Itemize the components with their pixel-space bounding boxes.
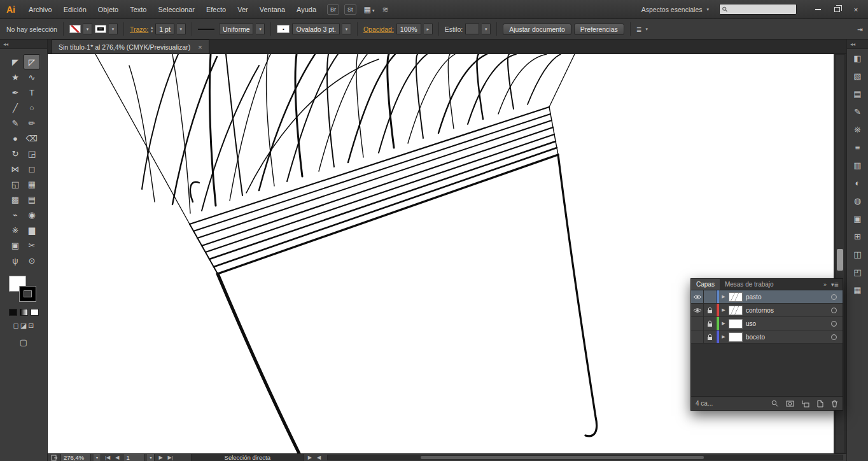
- none-button[interactable]: [31, 309, 39, 316]
- expand-layer-icon[interactable]: ▶: [719, 308, 728, 313]
- panel-menu-icon[interactable]: ▾≣: [831, 281, 839, 288]
- creador-formas-tool-icon[interactable]: ◱: [7, 176, 24, 192]
- visibility-toggle[interactable]: [691, 290, 704, 303]
- style-dropdown[interactable]: [465, 24, 479, 34]
- lapiz-tool-icon[interactable]: ✏: [24, 115, 40, 131]
- cuentagotas-tool-icon[interactable]: ⌁: [7, 207, 24, 222]
- style-caret[interactable]: ▾: [482, 24, 491, 34]
- arrange-documents-icon[interactable]: ▦▾: [364, 5, 375, 14]
- document-tab[interactable]: Sin título-1* al 276,4% (CMYK/Previsuali…: [52, 39, 209, 53]
- stroke-indicator[interactable]: [19, 286, 36, 302]
- lazo-tool-icon[interactable]: ∿: [24, 69, 40, 85]
- search-input[interactable]: [729, 6, 794, 13]
- target-circle-icon[interactable]: [831, 334, 837, 340]
- target-circle-icon[interactable]: [831, 294, 837, 300]
- varita-magica-tool-icon[interactable]: ★: [7, 69, 24, 85]
- layer-row-boceto[interactable]: ▶ boceto: [691, 330, 843, 344]
- anchura-tool-icon[interactable]: ⋈: [7, 161, 24, 176]
- layer-row-contornos[interactable]: ▶ contornos: [691, 304, 843, 317]
- expand-layer-icon[interactable]: ▶: [719, 294, 728, 299]
- menu-ver[interactable]: Ver: [232, 3, 254, 16]
- first-artboard-button[interactable]: |◀: [104, 455, 111, 460]
- menu-edicion[interactable]: Edición: [58, 3, 92, 16]
- elipse-tool-icon[interactable]: ○: [24, 100, 40, 115]
- status-flyout-icon[interactable]: ▶: [307, 455, 313, 460]
- close-button[interactable]: ×: [848, 4, 864, 15]
- artboard-caret[interactable]: ▾: [147, 453, 155, 461]
- tools-panel-header[interactable]: ◂◂: [0, 39, 47, 49]
- prev-artboard-button[interactable]: ◀: [114, 455, 120, 460]
- layer-name[interactable]: pasto: [746, 294, 831, 301]
- preferencias-button[interactable]: Preferencias: [574, 24, 624, 35]
- degradado-tool-icon[interactable]: ▤: [24, 192, 40, 207]
- cuadricula-perspectiva-tool-icon[interactable]: ▦: [24, 176, 40, 192]
- borrador-tool-icon[interactable]: ⌫: [24, 131, 40, 146]
- color-panel-icon[interactable]: ◧: [850, 50, 865, 66]
- mascara-recorte-button[interactable]: [786, 400, 794, 408]
- brush-dropdown[interactable]: Ovalado 3 pt.: [292, 24, 339, 34]
- seleccion-directa-tool-icon[interactable]: ◸: [24, 54, 40, 69]
- segmento-linea-tool-icon[interactable]: ╱: [7, 100, 24, 115]
- expand-layer-icon[interactable]: ▶: [719, 334, 728, 339]
- menu-texto[interactable]: Texto: [124, 3, 152, 16]
- transformar-panel-icon[interactable]: ◰: [850, 264, 865, 280]
- visibility-toggle[interactable]: [691, 304, 704, 316]
- layer-thumbnail[interactable]: [729, 332, 743, 342]
- guia-color-panel-icon[interactable]: ▧: [850, 68, 865, 83]
- layer-row-pasto[interactable]: ▶ pasto: [691, 290, 843, 304]
- variable-width-dropdown[interactable]: Uniforme: [219, 24, 254, 34]
- bridge-button[interactable]: Br: [327, 4, 339, 15]
- estilos-graficos-panel-icon[interactable]: ▣: [850, 211, 865, 226]
- next-artboard-button[interactable]: ▶: [157, 455, 164, 460]
- navegador-panel-icon[interactable]: ▦: [850, 282, 865, 297]
- color-button[interactable]: [9, 309, 17, 316]
- lock-toggle[interactable]: [704, 330, 717, 343]
- fill-caret[interactable]: ▾: [83, 24, 92, 34]
- apariencia-panel-icon[interactable]: ◍: [850, 193, 865, 208]
- similar-caret-icon[interactable]: ▾: [646, 27, 648, 32]
- draw-normal-icon[interactable]: ◻: [13, 322, 19, 330]
- screen-mode-icon[interactable]: ▢: [0, 337, 47, 347]
- malla-tool-icon[interactable]: ▩: [7, 192, 24, 207]
- layer-name[interactable]: boceto: [746, 334, 831, 341]
- menu-archivo[interactable]: Archivo: [23, 3, 58, 16]
- menu-ventana[interactable]: Ventana: [254, 3, 291, 16]
- target-circle-icon[interactable]: [831, 308, 837, 313]
- lock-toggle[interactable]: [704, 304, 717, 316]
- touch-icon[interactable]: ≋: [382, 5, 388, 14]
- collapse-controlbar-icon[interactable]: ⇥: [857, 25, 863, 33]
- gradient-button[interactable]: [20, 309, 28, 316]
- zoom-tool-icon[interactable]: ⊙: [24, 253, 40, 268]
- nueva-capa-button[interactable]: [816, 400, 824, 408]
- search-box[interactable]: [719, 4, 797, 15]
- opacidad-link[interactable]: Opacidad:: [363, 25, 394, 33]
- layers-panel[interactable]: Capas Mesas de trabajo » ▾≣ ▶ pasto: [690, 278, 843, 411]
- pinceles-panel-icon[interactable]: ✎: [850, 104, 865, 119]
- rotar-tool-icon[interactable]: ↻: [7, 146, 24, 161]
- stroke-weight-caret[interactable]: ▾: [177, 24, 186, 34]
- muestras-panel-icon[interactable]: ▤: [850, 86, 865, 101]
- stepper-down-icon[interactable]: ▾: [151, 29, 153, 33]
- simbolos-panel-icon[interactable]: ※: [850, 122, 865, 137]
- restore-button[interactable]: [829, 4, 845, 15]
- workspace-switcher[interactable]: Aspectos esenciales ▾: [641, 6, 709, 13]
- draw-behind-icon[interactable]: ◪: [20, 322, 27, 330]
- pincel-tool-icon[interactable]: ✎: [7, 115, 24, 131]
- variable-width-caret[interactable]: ▾: [256, 24, 265, 34]
- brush-caret[interactable]: ▾: [342, 24, 351, 34]
- collapse-tools-icon[interactable]: ◂◂: [3, 41, 8, 47]
- zoom-level-field[interactable]: 276,4%: [60, 453, 91, 461]
- expand-layer-icon[interactable]: ▶: [719, 321, 728, 326]
- vertical-scroll-thumb[interactable]: [837, 249, 843, 271]
- stroke-color-swatch[interactable]: [95, 25, 106, 33]
- opacity-field[interactable]: 100%: [396, 24, 421, 34]
- menu-seleccionar[interactable]: Seleccionar: [152, 3, 200, 16]
- mano-tool-icon[interactable]: ψ: [7, 253, 24, 268]
- seleccion-tool-icon[interactable]: ◤: [7, 54, 24, 69]
- expand-dock-icon[interactable]: ◂◂: [850, 41, 855, 47]
- zoom-caret[interactable]: ▾: [94, 453, 101, 461]
- minimize-button[interactable]: [809, 4, 826, 15]
- degradado-panel-icon[interactable]: ▥: [850, 157, 865, 173]
- mesa-trabajo-tool-icon[interactable]: ▣: [7, 238, 24, 253]
- rociador-simbolos-tool-icon[interactable]: ※: [7, 222, 24, 238]
